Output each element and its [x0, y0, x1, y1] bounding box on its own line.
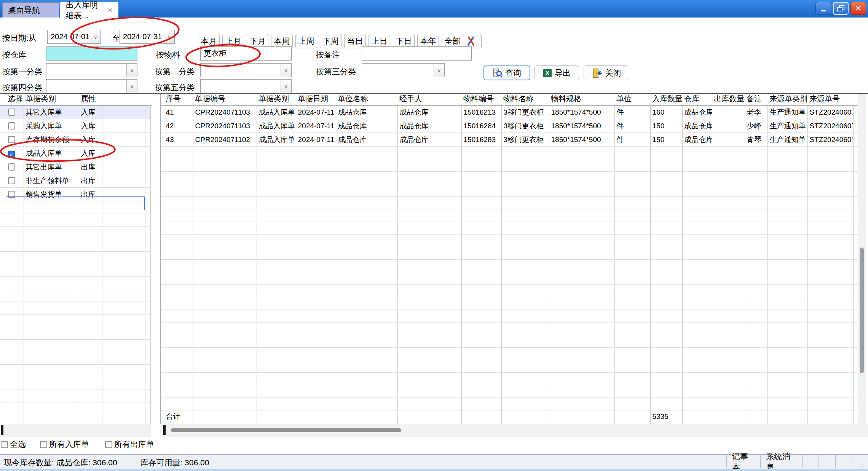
doc-type-row[interactable]: 其它入库单入库: [0, 105, 151, 119]
row-checkbox[interactable]: [8, 109, 15, 116]
empty-row: [161, 335, 858, 348]
row-checkbox[interactable]: ✓: [8, 151, 15, 158]
window-bottom-edge: [0, 469, 868, 471]
footer-checkbox-2[interactable]: 所有出库单: [105, 439, 154, 450]
category4-label: 按第四分类: [2, 82, 42, 93]
category4-combo[interactable]: ∨: [46, 79, 137, 93]
tab-inout-detail[interactable]: 出入库明细表... ×: [60, 2, 118, 18]
export-button[interactable]: X 导出: [535, 65, 579, 80]
status-text: 现今库存数量: 成品仓库: 306.00 库存可用量: 306.00: [4, 457, 230, 468]
remark-input[interactable]: [362, 46, 472, 61]
empty-row: [0, 277, 151, 289]
checkbox[interactable]: [1, 441, 8, 448]
resize-grip[interactable]: ⋰: [860, 461, 866, 467]
scrollbar-thumb[interactable]: [860, 247, 864, 373]
tab-label: 出入库明细表...: [66, 0, 104, 21]
empty-row: [161, 209, 858, 222]
empty-row: [161, 235, 858, 247]
footer-checkbox-1[interactable]: 所有入库单: [40, 439, 89, 450]
stock-qty-text: 现今库存数量: 成品仓库: 306.00: [4, 458, 117, 467]
empty-row: [0, 264, 151, 277]
title-bar: 桌面导航 出入库明细表... × ✕: [0, 0, 868, 18]
detail-row[interactable]: 43CPR2024071102成品入库单2024-07-11成品仓库成品仓库15…: [161, 133, 858, 147]
chevron-down-icon[interactable]: ∨: [281, 64, 291, 77]
close-button-label: 关闭: [605, 68, 621, 78]
close-button[interactable]: 关闭: [584, 65, 629, 80]
doc-type-row[interactable]: ✓成品入库单入库: [0, 147, 151, 160]
category2-combo[interactable]: ∨: [200, 63, 292, 77]
main-horizontal-scrollbar[interactable]: [160, 424, 868, 437]
search-icon: [493, 68, 503, 78]
empty-row: [0, 415, 151, 424]
doc-type-row[interactable]: 销售发货单出库: [0, 188, 151, 201]
chevron-down-icon[interactable]: ∨: [90, 30, 101, 43]
status-segment-1[interactable]: 系统消息: [760, 455, 802, 468]
query-button[interactable]: 查询: [483, 65, 530, 80]
empty-row: [161, 360, 858, 373]
export-button-label: 导出: [555, 68, 571, 78]
footer-checkbox-0[interactable]: 全选: [1, 439, 26, 450]
doc-type-row[interactable]: 非生产领料单出库: [0, 174, 151, 188]
vertical-scrollbar[interactable]: [858, 94, 866, 424]
chevron-down-icon[interactable]: ∨: [434, 64, 444, 77]
scroll-mark: [163, 425, 166, 435]
row-checkbox[interactable]: [8, 177, 15, 184]
empty-row: [161, 147, 858, 159]
doc-type-header: 选择单据类别属性: [0, 94, 151, 105]
exit-door-icon: [592, 68, 603, 78]
tab-desktop-nav[interactable]: 桌面导航: [2, 2, 59, 18]
restore-button[interactable]: [833, 2, 849, 15]
detail-row[interactable]: 41CPR2024071103成品入库单2024-07-11成品仓库成品仓库15…: [161, 105, 858, 119]
checkbox[interactable]: [105, 441, 112, 448]
empty-row: [161, 323, 858, 335]
close-tab-icon[interactable]: ×: [108, 6, 113, 14]
close-window-button[interactable]: ✕: [850, 2, 866, 15]
svg-text:X: X: [545, 70, 550, 77]
chevron-down-icon[interactable]: ∨: [164, 30, 174, 43]
date-from-value: 2024-07-01: [48, 32, 90, 41]
empty-row: [0, 352, 151, 365]
empty-row: [161, 184, 858, 197]
detail-row[interactable]: 42CPR2024071103成品入库单2024-07-11成品仓库成品仓库15…: [161, 119, 858, 133]
empty-row: [0, 239, 151, 252]
doc-type-row[interactable]: 库存期初余额入库: [0, 133, 151, 147]
to-label: 至: [112, 33, 120, 43]
warehouse-input[interactable]: [46, 46, 137, 61]
empty-row: [161, 310, 858, 323]
quick-range-button-4[interactable]: 上周: [295, 34, 317, 48]
category1-combo[interactable]: ∨: [46, 63, 137, 77]
scissors-icon: [466, 36, 476, 46]
tab-label: 桌面导航: [8, 5, 40, 16]
status-segment-empty: [835, 455, 852, 468]
empty-row: [0, 365, 151, 377]
chevron-down-icon[interactable]: ∨: [126, 64, 137, 77]
date-to-combo[interactable]: 2024-07-31 ∨: [120, 30, 175, 44]
quick-range-button-5[interactable]: 下周: [320, 34, 341, 48]
material-input[interactable]: 更衣柜: [200, 46, 292, 61]
status-segment-0[interactable]: 记事本: [726, 455, 760, 468]
date-from-combo[interactable]: 2024-07-01 ∨: [47, 30, 101, 44]
chevron-down-icon[interactable]: ∨: [126, 80, 137, 93]
detail-panel: 序号单据编号单据类别单据日期单位名称经手人物料编号物料名称物料规格单位入库数量仓…: [160, 94, 858, 424]
row-checkbox[interactable]: [8, 191, 15, 198]
category5-combo[interactable]: ∨: [200, 79, 292, 93]
doc-type-row[interactable]: 其它出库单出库: [0, 160, 151, 174]
date-filter-label: 按日期:从: [2, 33, 37, 43]
row-checkbox[interactable]: [8, 136, 15, 143]
doc-type-row[interactable]: 采购入库单入库: [0, 119, 151, 133]
query-button-label: 查询: [505, 68, 521, 78]
row-checkbox[interactable]: [8, 122, 15, 129]
row-checkbox[interactable]: [8, 163, 15, 171]
scrollbar-thumb[interactable]: [171, 428, 401, 432]
status-segments: 记事本系统消息: [726, 455, 868, 468]
detail-table: 序号单据编号单据类别单据日期单位名称经手人物料编号物料名称物料规格单位入库数量仓…: [161, 94, 858, 424]
left-horizontal-scrollbar[interactable]: [0, 424, 151, 437]
empty-row: [0, 390, 151, 402]
doc-type-panel: 选择单据类别属性其它入库单入库采购入库单入库库存期初余额入库✓成品入库单入库其它…: [0, 94, 151, 424]
chevron-down-icon[interactable]: ∨: [281, 80, 291, 93]
material-filter-label: 按物料: [156, 49, 180, 60]
minimize-button[interactable]: [815, 2, 831, 15]
checkbox[interactable]: [40, 441, 47, 448]
empty-row: [161, 348, 858, 360]
category3-combo[interactable]: ∨: [362, 63, 445, 77]
